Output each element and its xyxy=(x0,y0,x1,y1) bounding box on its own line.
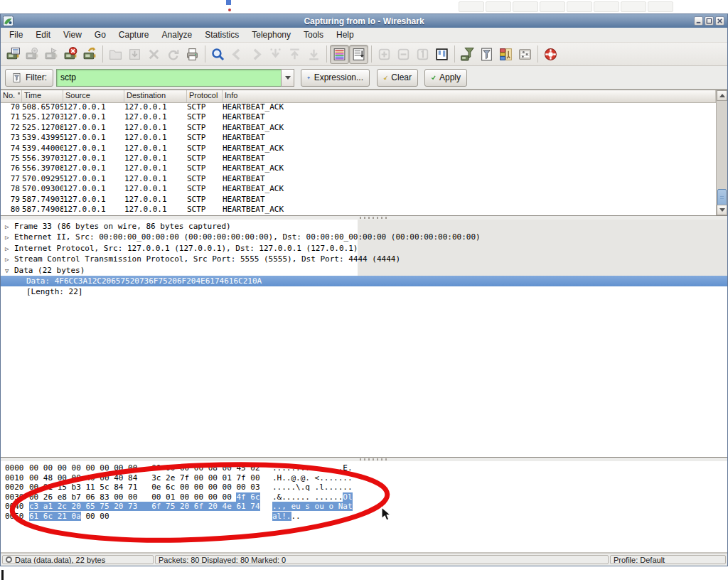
close-file-button[interactable] xyxy=(144,45,164,64)
text-caret xyxy=(1,570,4,580)
column-header-label: Source xyxy=(65,91,90,99)
column-header-source[interactable]: Source xyxy=(63,90,124,102)
expression-button[interactable]: Expression... xyxy=(301,69,370,87)
capture-options-button[interactable] xyxy=(23,45,42,64)
menu-analyze[interactable]: Analyze xyxy=(156,28,199,42)
apply-button[interactable]: Apply xyxy=(424,69,467,87)
packet-cell-info: HEARTBEAT_ACK xyxy=(223,205,716,215)
scroll-down-button[interactable] xyxy=(717,205,727,215)
packet-list-scrollbar[interactable] xyxy=(716,90,727,215)
coloring-rules-button[interactable] xyxy=(496,45,515,64)
goto-packet-button[interactable] xyxy=(266,45,285,64)
menu-edit[interactable]: Edit xyxy=(29,28,57,42)
packet-cell-time: 525.12703 xyxy=(22,112,63,122)
interface-list-button[interactable] xyxy=(4,45,23,64)
packet-row[interactable]: 80587.74908127.0.0.1127.0.0.1SCTPHEARTBE… xyxy=(1,205,716,215)
packet-cell-time: 587.74903 xyxy=(22,195,63,205)
scroll-up-button[interactable] xyxy=(717,90,727,101)
menu-capture[interactable]: Capture xyxy=(112,28,156,42)
packet-row[interactable]: 78570.09300127.0.0.1127.0.0.1SCTPHEARTBE… xyxy=(1,184,716,194)
preferences-button[interactable] xyxy=(515,45,535,64)
column-header-destination[interactable]: Destination xyxy=(124,90,187,102)
close-button[interactable] xyxy=(715,16,724,26)
zoom-out-button[interactable] xyxy=(394,45,413,64)
expander-collapsed-icon[interactable]: ▷ xyxy=(5,244,14,254)
save-button[interactable] xyxy=(125,45,144,64)
capture-filter-button[interactable] xyxy=(458,45,477,64)
detail-row[interactable]: ▷Internet Protocol, Src: 127.0.0.1 (127.… xyxy=(1,243,727,254)
clear-button[interactable]: Clear xyxy=(377,69,418,87)
packet-row[interactable]: 73539.43995127.0.0.1127.0.0.1SCTPHEARTBE… xyxy=(1,133,716,143)
expander-expanded-icon[interactable]: ▽ xyxy=(5,266,14,276)
screen: Capturing from lo - Wireshark FileEditVi… xyxy=(0,0,728,582)
capture-restart-button[interactable] xyxy=(80,45,100,64)
minimize-button[interactable] xyxy=(694,16,703,26)
filter-value: sctp xyxy=(60,72,76,82)
menu-go[interactable]: Go xyxy=(88,28,112,42)
capture-stop-button[interactable] xyxy=(61,45,80,64)
detail-row[interactable]: ▷Ethernet II, Src: 00:00:00_00:00:00 (00… xyxy=(1,232,727,242)
menu-view[interactable]: View xyxy=(57,28,88,42)
detail-row[interactable]: Data: 4F6CC3A12C20657520736F75206F204E61… xyxy=(1,276,727,286)
expert-info-icon[interactable] xyxy=(6,556,12,563)
menu-telephony[interactable]: Telephony xyxy=(245,28,297,42)
detail-row[interactable]: ▷Frame 33 (86 bytes on wire, 86 bytes ca… xyxy=(1,221,727,232)
print-button[interactable] xyxy=(183,45,202,64)
hex-row[interactable]: 002000 01 15 b3 11 5c 84 71 0e 6c 00 00 … xyxy=(5,483,727,492)
resize-columns-button[interactable] xyxy=(432,45,451,64)
packet-row[interactable]: 71525.12703127.0.0.1127.0.0.1SCTPHEARTBE… xyxy=(1,112,716,122)
menu-file[interactable]: File xyxy=(3,28,29,42)
hex-row[interactable]: 000000 00 00 00 00 00 00 00 00 00 00 00 … xyxy=(5,463,727,473)
detail-row[interactable]: [Length: 22] xyxy=(1,286,727,297)
colorize-button[interactable] xyxy=(330,45,349,64)
title-bar[interactable]: Capturing from lo - Wireshark xyxy=(1,14,727,28)
packet-row[interactable]: 75556.39703127.0.0.1127.0.0.1SCTPHEARTBE… xyxy=(1,153,716,163)
go-top-button[interactable] xyxy=(285,45,304,64)
display-filter-button[interactable] xyxy=(477,45,496,64)
packet-row[interactable]: 74539.44000127.0.0.1127.0.0.1SCTPHEARTBE… xyxy=(1,144,716,153)
forward-button[interactable] xyxy=(247,45,266,64)
packet-row[interactable]: 72525.12708127.0.0.1127.0.0.1SCTPHEARTBE… xyxy=(1,123,716,133)
reload-button[interactable] xyxy=(164,45,183,64)
column-header-no[interactable]: No. xyxy=(1,90,22,102)
column-header-time[interactable]: Time xyxy=(22,90,63,102)
column-header-info[interactable]: Info xyxy=(223,90,716,102)
hex-row[interactable]: 005061 6c 21 0a 00 00al!... xyxy=(5,512,727,522)
packet-cell-no: 76 xyxy=(1,163,22,173)
zoom-in-button[interactable] xyxy=(375,45,394,64)
back-button[interactable] xyxy=(228,45,247,64)
menu-tools[interactable]: Tools xyxy=(297,28,330,42)
help-button[interactable] xyxy=(541,45,560,64)
hex-row[interactable]: 003000 26 e8 b7 06 83 00 00 00 01 00 00 … xyxy=(5,492,727,502)
filter-dropdown-button[interactable] xyxy=(281,69,294,87)
column-header-protocol[interactable]: Protocol xyxy=(187,90,223,102)
expander-collapsed-icon[interactable]: ▷ xyxy=(5,254,14,265)
packet-row[interactable]: 79587.74903127.0.0.1127.0.0.1SCTPHEARTBE… xyxy=(1,195,716,205)
expander-collapsed-icon[interactable]: ▷ xyxy=(5,232,14,243)
menu-statistics[interactable]: Statistics xyxy=(198,28,245,42)
filter-input[interactable]: sctp xyxy=(56,69,281,87)
packet-row[interactable]: 70508.65705127.0.0.1127.0.0.1SCTPHEARTBE… xyxy=(1,102,716,112)
find-icon xyxy=(210,47,225,62)
hex-row[interactable]: 001000 48 00 00 40 00 40 84 3c 2e 7f 00 … xyxy=(5,473,727,483)
go-bottom-button[interactable] xyxy=(304,45,323,64)
find-button[interactable] xyxy=(208,45,228,64)
open-button[interactable] xyxy=(106,45,125,64)
filter-button[interactable]: Filter: xyxy=(5,69,53,87)
menu-help[interactable]: Help xyxy=(330,28,360,42)
packet-row[interactable]: 77570.09295127.0.0.1127.0.0.1SCTPHEARTBE… xyxy=(1,174,716,184)
goto-packet-icon xyxy=(268,47,283,62)
capture-start-button[interactable] xyxy=(42,45,61,64)
maximize-button[interactable] xyxy=(705,16,714,26)
autoscroll-button[interactable] xyxy=(349,45,368,64)
zoom-100-button[interactable] xyxy=(413,45,432,64)
packet-row[interactable]: 76556.39708127.0.0.1127.0.0.1SCTPHEARTBE… xyxy=(1,163,716,173)
expander-collapsed-icon[interactable]: ▷ xyxy=(5,222,14,232)
packet-cell-no: 74 xyxy=(1,144,22,153)
packet-cell-proto: SCTP xyxy=(187,102,223,112)
hex-row[interactable]: 0040c3 a1 2c 20 65 75 20 73 6f 75 20 6f … xyxy=(5,502,727,512)
status-profile-section[interactable]: Profile: Default xyxy=(610,555,726,564)
remnant-blue-chip xyxy=(226,0,231,5)
detail-row[interactable]: ▽Data (22 bytes) xyxy=(1,265,727,276)
detail-row[interactable]: ▷Stream Control Transmission Protocol, S… xyxy=(1,254,727,264)
